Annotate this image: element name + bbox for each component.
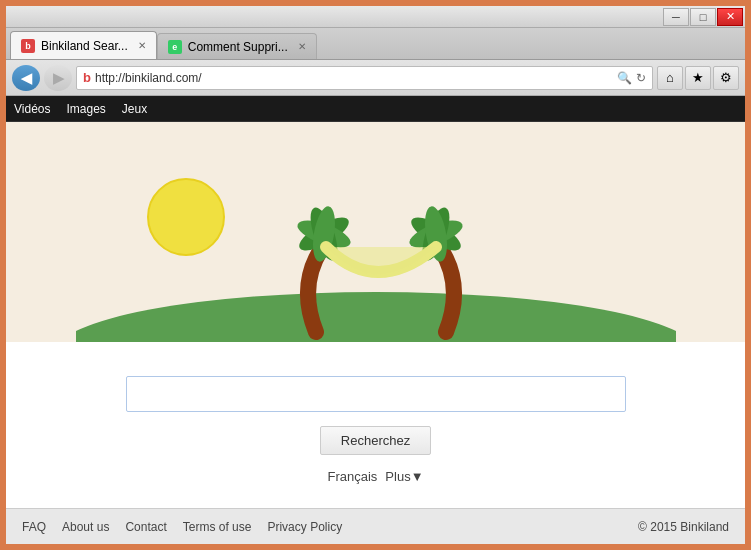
tab-close-1[interactable]: ✕ [138, 40, 146, 51]
language-row: Français Plus▼ [327, 469, 423, 484]
language-french[interactable]: Français [327, 469, 377, 484]
nav-videos[interactable]: Vidéos [14, 102, 50, 116]
footer-faq[interactable]: FAQ [22, 520, 46, 534]
tab-bar: b Binkiland Sear... ✕ e Comment Suppri..… [6, 28, 745, 60]
footer-links: FAQ About us Contact Terms of use Privac… [22, 520, 342, 534]
back-button[interactable]: ◀ [12, 65, 40, 91]
close-button[interactable]: ✕ [717, 8, 743, 26]
title-bar: ─ □ ✕ [6, 6, 745, 28]
nav-images[interactable]: Images [66, 102, 105, 116]
browser-chrome-top: ─ □ ✕ b Binkiland Sear... ✕ e Comment Su… [0, 0, 751, 122]
footer-copyright: © 2015 Binkiland [638, 520, 729, 534]
tab-comment-suppri[interactable]: e Comment Suppri... ✕ [157, 33, 317, 59]
search-input[interactable] [126, 376, 626, 412]
nav-jeux[interactable]: Jeux [122, 102, 147, 116]
favorites-bar: Vidéos Images Jeux [6, 96, 745, 122]
footer-about[interactable]: About us [62, 520, 109, 534]
maximize-button[interactable]: □ [690, 8, 716, 26]
browser-content: Recherchez Français Plus▼ FAQ About us C… [6, 122, 745, 544]
tab-binkiland-search[interactable]: b Binkiland Sear... ✕ [10, 31, 157, 59]
refresh-icon[interactable]: ↻ [636, 71, 646, 85]
home-button[interactable]: ⌂ [657, 66, 683, 90]
browser-action-buttons: ⌂ ★ ⚙ [657, 66, 739, 90]
tab-label-1: Binkiland Sear... [41, 39, 128, 53]
title-bar-buttons: ─ □ ✕ [663, 8, 743, 26]
url-text: http://binkiland.com/ [95, 71, 613, 85]
tab-favicon-2: e [168, 40, 182, 54]
forward-button[interactable]: ▶ [44, 65, 72, 91]
settings-button[interactable]: ⚙ [713, 66, 739, 90]
minimize-button[interactable]: ─ [663, 8, 689, 26]
svg-point-1 [148, 179, 224, 255]
favorites-button[interactable]: ★ [685, 66, 711, 90]
footer-contact[interactable]: Contact [125, 520, 166, 534]
search-icon[interactable]: 🔍 [617, 71, 632, 85]
footer: FAQ About us Contact Terms of use Privac… [6, 508, 745, 544]
url-box: b http://binkiland.com/ 🔍 ↻ [76, 66, 653, 90]
footer-terms[interactable]: Terms of use [183, 520, 252, 534]
url-icons: 🔍 ↻ [617, 71, 646, 85]
tab-label-2: Comment Suppri... [188, 40, 288, 54]
browser-chrome-bottom: Recherchez Français Plus▼ FAQ About us C… [0, 122, 751, 550]
address-bar: ◀ ▶ b http://binkiland.com/ 🔍 ↻ ⌂ ★ ⚙ [6, 60, 745, 96]
search-button[interactable]: Recherchez [320, 426, 431, 455]
scene-svg [76, 142, 676, 342]
tab-favicon-1: b [21, 39, 35, 53]
browser-window: ─ □ ✕ b Binkiland Sear... ✕ e Comment Su… [0, 0, 751, 550]
hero-illustration [6, 122, 745, 342]
search-area: Recherchez Français Plus▼ [6, 342, 745, 508]
more-options[interactable]: Plus▼ [385, 469, 423, 484]
tab-close-2[interactable]: ✕ [298, 41, 306, 52]
footer-privacy[interactable]: Privacy Policy [267, 520, 342, 534]
url-favicon: b [83, 70, 91, 85]
